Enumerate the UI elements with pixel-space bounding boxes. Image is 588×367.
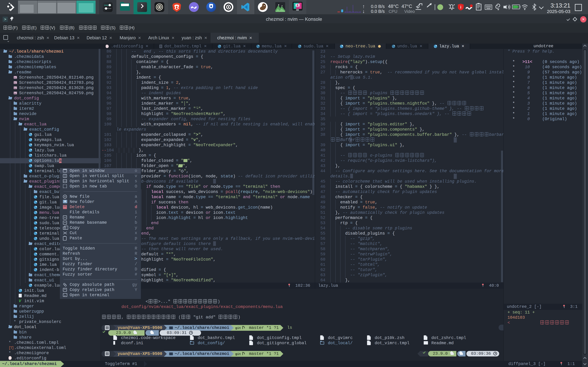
svg-text:i: i — [460, 5, 461, 9]
